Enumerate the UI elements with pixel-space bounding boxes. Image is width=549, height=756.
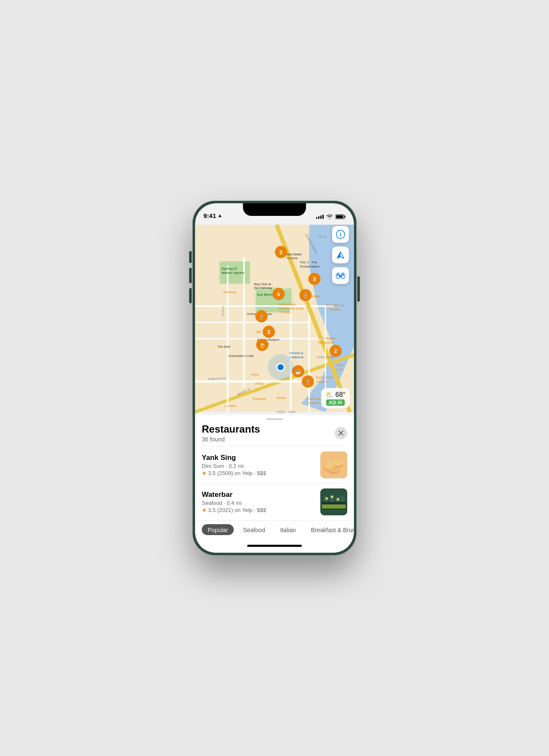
binoculars-icon [336, 272, 345, 279]
close-icon [338, 430, 343, 436]
svg-text:Elixiria: Elixiria [277, 396, 287, 400]
restaurant-card-0[interactable]: Yank Sing Dim Sum · 0.2 mi ★ 3.5 (2509) … [195, 446, 354, 483]
svg-text:🍴: 🍴 [302, 293, 309, 299]
restaurant-info-1: Waterbar Seafood · 0.4 mi ★ 3.5 (2021) o… [202, 491, 315, 513]
svg-text:One Market: One Market [318, 336, 335, 340]
svg-text:2: 2 [334, 348, 337, 354]
info-icon: i [336, 230, 345, 239]
star-icon-1: ★ [202, 507, 207, 513]
volume-down-button[interactable] [189, 288, 192, 303]
svg-text:2: 2 [280, 249, 282, 255]
svg-text:Sydney G.: Sydney G. [222, 267, 238, 270]
svg-text:Restaurant: Restaurant [318, 341, 335, 344]
restaurant-meta-1: Seafood · 0.4 mi [202, 500, 315, 506]
svg-text:Drumm &: Drumm & [290, 351, 304, 355]
phone-frame: 9:41 [193, 201, 356, 555]
filter-chip-popular[interactable]: Popular [202, 524, 234, 535]
svg-text:🍴: 🍴 [305, 379, 311, 385]
svg-text:Front St: Front St [222, 306, 224, 316]
bottom-sheet: Restaurants 36 found Yank Sing [195, 415, 354, 538]
svg-text:Pier 3: Pier 3 [318, 235, 327, 239]
svg-text:Safeway: Safeway [224, 290, 236, 294]
svg-text:eatsa: eatsa [251, 373, 259, 376]
svg-text:The Melt: The Melt [217, 345, 230, 349]
svg-text:Harborview: Harborview [279, 302, 296, 306]
map-location-button[interactable] [332, 247, 349, 263]
svg-point-104 [328, 467, 339, 472]
svg-point-102 [333, 459, 343, 466]
restaurant-image-1 [320, 488, 347, 515]
filter-chip-seafood[interactable]: Seafood [237, 524, 271, 535]
volume-up-button[interactable] [189, 268, 192, 283]
svg-text:Embarcadero: Embarcadero [300, 265, 320, 268]
svg-rect-112 [322, 507, 346, 509]
filter-row: Popular Seafood Italian Breakfast & Brun [195, 520, 354, 538]
restaurant-rating-0: ★ 3.5 (2509) on Yelp · $$$ [202, 470, 315, 476]
wifi-icon [326, 214, 333, 219]
restaurant-meta-0: Dim Sum · 0.2 mi [202, 463, 315, 469]
temperature: 68° [335, 391, 346, 399]
svg-point-114 [331, 496, 333, 498]
phone-screen: 9:41 [195, 203, 354, 553]
filter-chip-breakfast[interactable]: Breakfast & Brun [305, 524, 354, 535]
restaurant-card-1[interactable]: Waterbar Seafood · 0.4 mi ★ 3.5 (2021) o… [195, 483, 354, 520]
map-binoculars-button[interactable] [332, 267, 349, 284]
svg-marker-0 [218, 214, 222, 218]
svg-text:Walton Square: Walton Square [222, 271, 245, 275]
svg-text:6: 6 [277, 292, 280, 297]
restaurant-rating-1: ★ 3.5 (2021) on Yelp · $$$ [202, 507, 315, 513]
svg-point-113 [325, 497, 328, 500]
svg-text:Schroeder's Cafe: Schroeder's Cafe [228, 354, 253, 358]
notch [243, 203, 306, 216]
svg-text:Gap: Gap [255, 330, 261, 333]
svg-rect-3 [336, 215, 343, 218]
svg-text:i: i [340, 231, 341, 238]
svg-text:+ Bouliba: + Bouliba [326, 307, 340, 311]
svg-text:Boulettes La: Boulettes La [326, 303, 345, 307]
map-area[interactable]: Embarcadero Sydney G. Walton Square Sue … [195, 222, 354, 415]
weather-temp: ⛅ 68° [325, 391, 346, 399]
map-pin-2: 2 [275, 246, 287, 258]
sheet-header: Restaurants 36 found [195, 420, 354, 446]
restaurant-name-1: Waterbar [202, 491, 315, 499]
signal-icon [316, 215, 324, 219]
close-button[interactable] [335, 427, 347, 439]
aqi-badge: AQI 30 [326, 399, 345, 406]
location-arrow-icon [218, 214, 222, 218]
silent-button[interactable] [189, 251, 192, 263]
svg-text:+1 more: +1 more [285, 256, 298, 260]
battery-icon [335, 214, 346, 219]
star-icon: ★ [202, 470, 207, 476]
svg-text:Hard Water: Hard Water [285, 252, 302, 256]
svg-text:Cash Back: Cash Back [307, 397, 323, 401]
svg-text:Restaurant & Bar: Restaurant & Bar [279, 307, 304, 310]
restaurant-image-0 [320, 452, 347, 478]
weather-icon: ⛅ [325, 391, 334, 399]
svg-text:🍴: 🍴 [258, 314, 264, 320]
status-bar: 9:41 [195, 203, 354, 222]
screen-content: 9:41 [195, 203, 354, 553]
svg-text:2: 2 [267, 329, 270, 335]
location-arrow-icon [336, 251, 345, 259]
svg-text:Hotel Vitale: Hotel Vitale [317, 355, 334, 359]
map-info-button[interactable]: i [332, 226, 349, 243]
svg-text:Burgers: Burgers [316, 380, 327, 383]
power-button[interactable] [357, 276, 360, 302]
rating-value-0: 3.5 (2509) on Yelp · $$$ [208, 470, 266, 476]
rating-value-1: 3.5 (2021) on Yelp · $$$ [208, 507, 266, 513]
svg-text:Mijita: Mijita [312, 294, 320, 298]
filter-chip-italian[interactable]: Italian [274, 524, 301, 535]
svg-text:Yank: Yank [335, 363, 343, 367]
restaurant-info-0: Yank Sing Dim Sum · 0.2 mi ★ 3.5 (2509) … [202, 454, 315, 476]
sheet-title-group: Restaurants 36 found [202, 423, 260, 443]
map-svg: Embarcadero Sydney G. Walton Square Sue … [195, 222, 354, 415]
svg-rect-110 [340, 495, 345, 502]
svg-text:🍺: 🍺 [260, 343, 265, 348]
svg-text:+1 m: +1 m [335, 368, 343, 371]
sheet-count: 36 found [202, 436, 260, 443]
svg-text:California: California [290, 355, 304, 359]
sheet-title: Restaurants [202, 423, 260, 435]
svg-text:Sushirrito: Sushirrito [253, 397, 267, 401]
status-icons [316, 214, 346, 219]
svg-point-85 [277, 364, 284, 371]
